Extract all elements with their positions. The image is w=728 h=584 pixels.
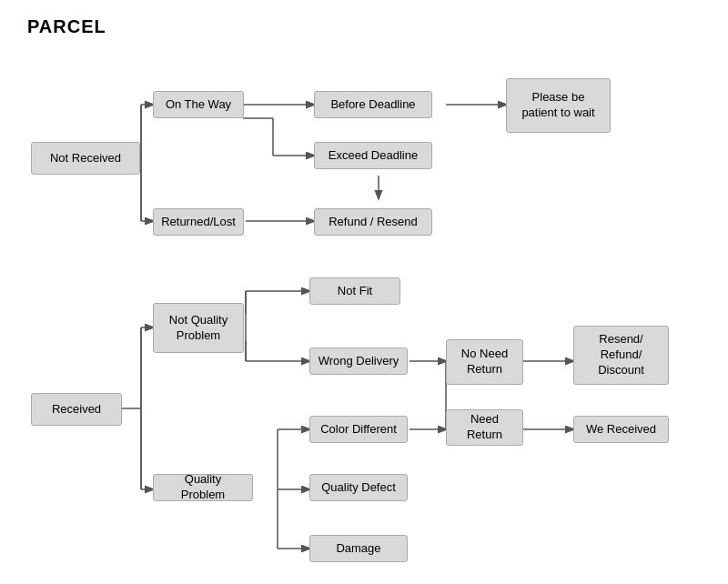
- we-received-node: We Received: [573, 416, 669, 443]
- damage-node: Damage: [309, 535, 408, 562]
- please-wait-node: Please be patient to wait: [506, 78, 611, 133]
- before-deadline-node: Before Deadline: [314, 91, 432, 118]
- refund-resend-top-node: Refund / Resend: [314, 208, 432, 236]
- not-fit-node: Not Fit: [309, 277, 400, 305]
- not-quality-problem-node: Not Quality Problem: [153, 303, 244, 353]
- wrong-delivery-node: Wrong Delivery: [309, 347, 408, 375]
- returned-lost-node: Returned/Lost: [153, 208, 244, 236]
- no-need-return-node: No Need Return: [446, 339, 523, 385]
- quality-defect-node: Quality Defect: [309, 474, 408, 501]
- received-node: Received: [31, 393, 122, 426]
- page-title: PARCEL: [27, 16, 106, 37]
- on-the-way-node: On The Way: [153, 91, 244, 118]
- resend-refund-discount-node: Resend/ Refund/ Discount: [573, 326, 669, 385]
- quality-problem-node: Quality Problem: [153, 474, 253, 501]
- color-different-node: Color Different: [309, 416, 408, 443]
- exceed-deadline-node: Exceed Deadline: [314, 142, 432, 169]
- need-return-node: Need Return: [446, 409, 523, 446]
- not-received-node: Not Received: [31, 142, 140, 175]
